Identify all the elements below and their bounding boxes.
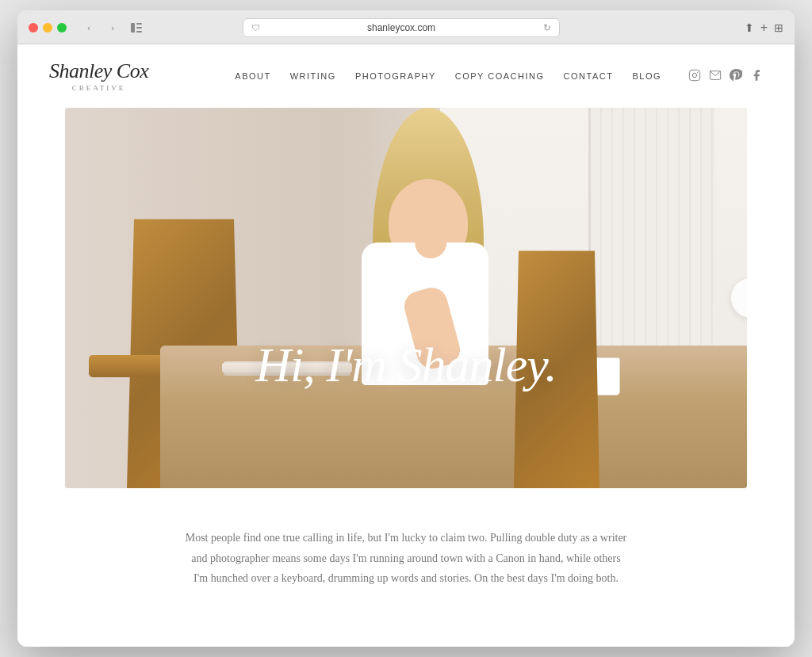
- hero-section: Hi, I'm Shanley.: [65, 108, 747, 488]
- svg-rect-4: [689, 70, 699, 80]
- site-body-section: Most people find one true calling in lif…: [17, 488, 795, 636]
- email-icon[interactable]: [709, 69, 722, 84]
- svg-rect-0: [131, 23, 135, 32]
- nav-about[interactable]: ABOUT: [235, 71, 270, 81]
- nav-writing[interactable]: WRITING: [290, 71, 336, 81]
- sidebar-toggle[interactable]: [127, 20, 146, 36]
- nav-links: ABOUT WRITING PHOTOGRAPHY COPY COACHING …: [235, 69, 763, 84]
- nav-social-icons: [688, 69, 763, 84]
- instagram-icon[interactable]: [688, 69, 701, 84]
- minimize-button[interactable]: [43, 23, 52, 32]
- browser-window: ‹ › 🛡 shanleycox.com ↻ ⬆ + ⊞: [17, 10, 795, 647]
- hero-text-overlay: Hi, I'm Shanley.: [65, 337, 747, 393]
- svg-point-6: [697, 71, 698, 72]
- refresh-button[interactable]: ↻: [543, 22, 551, 33]
- new-tab-button[interactable]: +: [760, 21, 768, 35]
- shield-icon: 🛡: [251, 23, 260, 32]
- address-bar[interactable]: 🛡 shanleycox.com ↻: [243, 18, 560, 37]
- nav-blog[interactable]: BLOG: [632, 71, 661, 81]
- grid-view-button[interactable]: ⊞: [774, 21, 783, 34]
- logo-script-text: Shanley Cox: [49, 59, 148, 82]
- svg-rect-3: [136, 31, 142, 32]
- hero-scene: Hi, I'm Shanley.: [65, 108, 747, 488]
- svg-rect-2: [136, 27, 142, 29]
- hero-image: Hi, I'm Shanley.: [65, 108, 747, 488]
- pinterest-icon[interactable]: [730, 69, 742, 84]
- person-hand-chin: [415, 227, 446, 258]
- site-logo[interactable]: Shanley Cox CREATIVE: [49, 60, 148, 92]
- nav-contact[interactable]: CONTACT: [564, 71, 614, 81]
- hero-heading: Hi, I'm Shanley.: [65, 337, 747, 393]
- maximize-button[interactable]: [57, 23, 67, 32]
- nav-copy-coaching[interactable]: COPY COACHING: [455, 71, 545, 81]
- site-navigation: Shanley Cox CREATIVE ABOUT WRITING PHOTO…: [17, 44, 795, 108]
- url-text: shanleycox.com: [266, 22, 537, 33]
- forward-button[interactable]: ›: [103, 20, 122, 36]
- share-button[interactable]: ⬆: [745, 21, 754, 34]
- browser-actions: ⬆ + ⊞: [745, 21, 783, 35]
- website-content: Shanley Cox CREATIVE ABOUT WRITING PHOTO…: [17, 44, 795, 647]
- traffic-lights: [29, 23, 67, 32]
- svg-rect-1: [136, 23, 142, 25]
- close-button[interactable]: [29, 23, 38, 32]
- browser-controls: ‹ ›: [79, 20, 146, 36]
- logo-tagline: CREATIVE: [49, 85, 148, 93]
- browser-chrome: ‹ › 🛡 shanleycox.com ↻ ⬆ + ⊞: [17, 10, 795, 44]
- body-paragraph: Most people find one true calling in lif…: [184, 528, 628, 588]
- svg-point-5: [692, 73, 696, 77]
- nav-photography[interactable]: PHOTOGRAPHY: [355, 71, 436, 81]
- back-button[interactable]: ‹: [79, 20, 98, 36]
- facebook-icon[interactable]: [750, 69, 763, 84]
